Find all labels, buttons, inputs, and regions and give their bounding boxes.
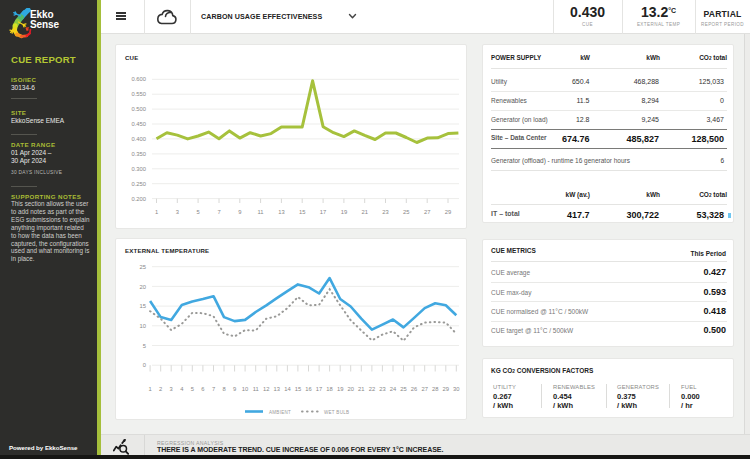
svg-text:WET BULB: WET BULB: [324, 410, 349, 415]
svg-text:10: 10: [242, 386, 248, 392]
svg-text:22: 22: [369, 386, 375, 392]
svg-text:24: 24: [390, 386, 397, 392]
svg-text:9: 9: [238, 209, 241, 215]
svg-text:1: 1: [148, 386, 151, 392]
svg-text:23: 23: [382, 209, 388, 215]
svg-text:0.450: 0.450: [131, 121, 146, 127]
svg-text:5: 5: [196, 209, 199, 215]
svg-text:14: 14: [284, 386, 291, 392]
svg-text:0.350: 0.350: [131, 151, 146, 157]
svg-text:19: 19: [337, 386, 343, 392]
svg-text:0.300: 0.300: [131, 166, 146, 172]
svg-text:20: 20: [347, 386, 353, 392]
svg-text:0.250: 0.250: [131, 181, 146, 187]
svg-text:17: 17: [316, 386, 322, 392]
svg-text:15: 15: [140, 303, 146, 309]
svg-text:15: 15: [295, 386, 301, 392]
svg-text:25: 25: [140, 264, 146, 270]
svg-text:5: 5: [143, 343, 146, 349]
svg-text:19: 19: [341, 209, 347, 215]
svg-text:28: 28: [432, 386, 438, 392]
svg-text:AMBIENT: AMBIENT: [269, 410, 291, 415]
svg-text:0.500: 0.500: [131, 106, 146, 112]
svg-text:0.200: 0.200: [131, 196, 146, 202]
svg-text:12: 12: [263, 386, 269, 392]
svg-text:16: 16: [305, 386, 311, 392]
svg-text:29: 29: [443, 386, 449, 392]
svg-text:4: 4: [180, 386, 184, 392]
svg-text:13: 13: [278, 209, 284, 215]
svg-text:15: 15: [299, 209, 305, 215]
svg-text:25: 25: [400, 386, 406, 392]
svg-text:9: 9: [233, 386, 236, 392]
svg-text:27: 27: [421, 386, 427, 392]
svg-text:11: 11: [253, 386, 259, 392]
svg-text:13: 13: [274, 386, 280, 392]
svg-text:21: 21: [361, 209, 367, 215]
svg-text:30: 30: [453, 386, 459, 392]
svg-text:7: 7: [217, 209, 220, 215]
svg-text:21: 21: [358, 386, 364, 392]
svg-text:0.400: 0.400: [131, 136, 146, 142]
svg-text:2: 2: [159, 386, 162, 392]
svg-text:0: 0: [143, 362, 146, 368]
svg-text:6: 6: [201, 386, 204, 392]
svg-text:11: 11: [258, 209, 264, 215]
svg-text:25: 25: [403, 209, 409, 215]
svg-text:10: 10: [140, 323, 146, 329]
svg-text:7: 7: [212, 386, 215, 392]
svg-text:1: 1: [155, 209, 158, 215]
svg-text:29: 29: [445, 209, 451, 215]
svg-text:23: 23: [379, 386, 385, 392]
svg-text:18: 18: [326, 386, 332, 392]
svg-text:0.550: 0.550: [131, 91, 146, 97]
svg-text:8: 8: [222, 386, 225, 392]
svg-text:27: 27: [424, 209, 430, 215]
svg-text:3: 3: [176, 209, 179, 215]
svg-text:17: 17: [320, 209, 326, 215]
svg-text:5: 5: [191, 386, 194, 392]
svg-text:3: 3: [170, 386, 173, 392]
svg-text:20: 20: [140, 284, 146, 290]
svg-text:26: 26: [411, 386, 417, 392]
svg-text:0.600: 0.600: [131, 76, 146, 82]
